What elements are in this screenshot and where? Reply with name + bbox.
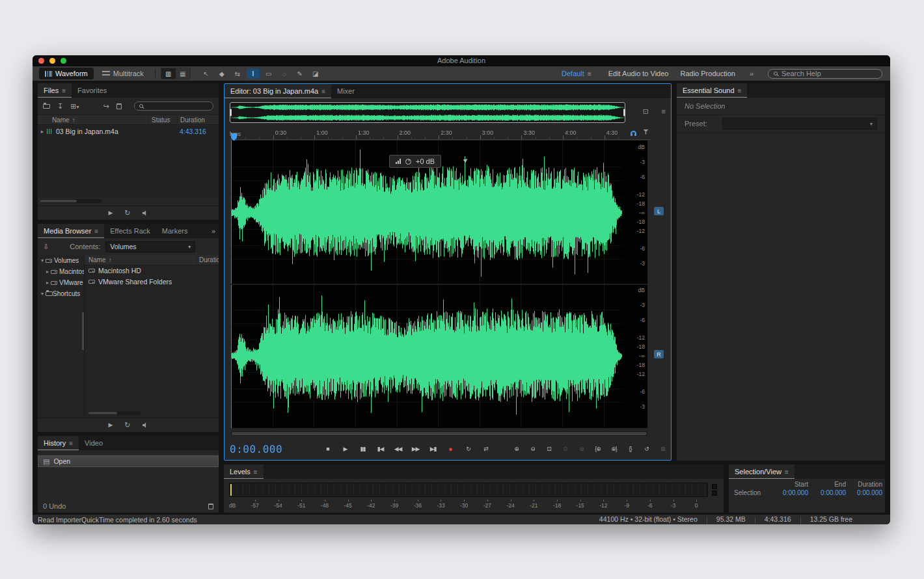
- tree-item-shortcuts[interactable]: ▾Shortcuts: [38, 288, 84, 299]
- zoom-in-point-button[interactable]: ⊙: [558, 442, 573, 455]
- paintbrush-selection-tool[interactable]: ✎: [293, 68, 306, 79]
- media-row-vmware-shared-folders[interactable]: VMware Shared Folders: [85, 276, 219, 288]
- waveform-view-button[interactable]: Waveform: [39, 68, 94, 79]
- stop-button[interactable]: ■: [320, 442, 335, 455]
- media-tab-effects-rack[interactable]: Effects Rack: [104, 224, 156, 238]
- clear-history-icon[interactable]: [208, 504, 213, 509]
- preview-play-icon[interactable]: ▶: [108, 210, 113, 216]
- media-col-name[interactable]: Name↑: [85, 256, 197, 263]
- media-column-header[interactable]: Name↑ Duration: [85, 255, 219, 265]
- monitor-headphones-icon[interactable]: [631, 131, 636, 135]
- chevron-down-icon[interactable]: ▾: [39, 291, 46, 297]
- zoom-button[interactable]: [61, 58, 66, 64]
- current-time-display[interactable]: 0:00.000: [230, 443, 282, 455]
- titlebar[interactable]: Adobe Audition: [33, 55, 890, 66]
- waveform-hscroll-handle[interactable]: [232, 432, 647, 435]
- filter-funnel-icon[interactable]: [643, 129, 649, 135]
- razor-tool[interactable]: ◆: [215, 68, 228, 79]
- selection-view-tab-selection-view[interactable]: Selection/View≡: [729, 465, 795, 479]
- files-tab-files[interactable]: Files≡: [38, 83, 72, 98]
- levels-tab-levels[interactable]: Levels≡: [224, 465, 264, 479]
- minimize-button[interactable]: [49, 58, 55, 64]
- preview-play-icon[interactable]: ▶: [108, 422, 113, 428]
- files-hscrollbar[interactable]: [40, 199, 102, 203]
- contents-select[interactable]: Volumes ▾: [105, 241, 195, 252]
- delete-file-icon[interactable]: [116, 103, 122, 109]
- move-cti-previous-button[interactable]: ▮◀: [373, 442, 388, 455]
- record-button[interactable]: ●: [443, 442, 458, 455]
- essential-tab-essential-sound[interactable]: Essential Sound≡: [677, 83, 747, 98]
- overview-range-selector[interactable]: [230, 102, 625, 123]
- chevron-right-icon[interactable]: ▸: [44, 269, 51, 275]
- spot-healing-brush-tool[interactable]: ◪: [309, 68, 322, 79]
- waveform-hscrollbar[interactable]: [231, 431, 647, 436]
- file-row[interactable]: ▸03 Big in Japan.m4a4:43.316: [38, 126, 219, 137]
- workspace-menu-icon[interactable]: ≡: [588, 70, 591, 77]
- media-tree-scroll-handle[interactable]: [82, 312, 84, 350]
- selview-value[interactable]: 0:00.000: [809, 489, 847, 496]
- toolbar-overflow-button[interactable]: »: [750, 70, 754, 77]
- selview-value[interactable]: 0:00.000: [772, 489, 809, 496]
- media-hscrollbar[interactable]: [88, 411, 141, 415]
- menu-item-radio-production[interactable]: Radio Production: [680, 70, 735, 77]
- media-tab-media-browser[interactable]: Media Browser≡: [38, 224, 104, 238]
- clip-indicator-l[interactable]: [712, 484, 717, 489]
- show-waveform-button[interactable]: ▥: [161, 68, 176, 79]
- chevron-right-icon[interactable]: ▸: [44, 280, 51, 286]
- lasso-selection-tool[interactable]: ◌: [278, 68, 291, 79]
- editor-tab-editor-03-big-in-japan-m4a[interactable]: Editor: 03 Big in Japan.m4a≡: [224, 84, 331, 98]
- open-file-icon[interactable]: [43, 104, 50, 109]
- timeline-ruler[interactable]: hms 0:301:001:302:002:303:003:304:004:30: [230, 127, 651, 140]
- help-search-input[interactable]: Search Help: [768, 69, 882, 79]
- files-col-duration[interactable]: Duration: [177, 116, 219, 124]
- panel-menu-icon[interactable]: ≡: [785, 468, 789, 476]
- zoom-to-selection-button[interactable]: ⊡: [541, 442, 556, 455]
- channel-l-badge[interactable]: L: [654, 207, 664, 215]
- skip-selection-button[interactable]: ⇄: [478, 442, 493, 455]
- zoom-out-time-button[interactable]: ⊖: [525, 442, 540, 455]
- hud-volume-value[interactable]: +0 dB: [416, 157, 435, 165]
- time-selection-tool[interactable]: I: [247, 68, 260, 79]
- media-tree-scrollbar[interactable]: [82, 255, 84, 418]
- new-content-icon[interactable]: ⊞▾: [70, 103, 79, 110]
- files-column-header[interactable]: Name↑ Status Duration: [38, 114, 219, 125]
- panel-menu-icon[interactable]: ≡: [94, 228, 98, 235]
- play-button[interactable]: ▶: [338, 442, 353, 455]
- preset-select[interactable]: ▾: [722, 118, 877, 129]
- media-import-icon[interactable]: ⇩: [43, 243, 49, 250]
- panel-menu-icon[interactable]: ≡: [321, 88, 325, 95]
- volume-knob-icon[interactable]: [405, 159, 411, 165]
- move-tool[interactable]: ↖: [200, 68, 213, 79]
- import-file-icon[interactable]: ↧: [57, 103, 63, 110]
- media-col-duration[interactable]: Duration: [197, 256, 219, 263]
- marquee-selection-tool[interactable]: ▭: [262, 68, 275, 79]
- slip-tool[interactable]: ⇆: [231, 68, 244, 79]
- files-hscroll-handle[interactable]: [40, 200, 77, 202]
- tree-item-vmware-shared-folders[interactable]: ▸VMware Shared Folders: [38, 277, 84, 288]
- preview-speaker-icon[interactable]: [143, 423, 148, 428]
- overview-strip[interactable]: [230, 102, 625, 123]
- history-item-open[interactable]: ▤Open: [38, 455, 219, 467]
- zoom-full-button[interactable]: ⊡: [643, 107, 649, 116]
- history-tab-video[interactable]: Video: [79, 436, 109, 450]
- files-search-input[interactable]: [134, 101, 213, 111]
- zoom-at-out-point-button[interactable]: ⊕}: [606, 442, 621, 455]
- waveform-display[interactable]: dB-3-3-6-6-12-12-18-18-∞dB-3-3-6-6-12-12…: [231, 141, 647, 428]
- close-button[interactable]: [38, 58, 44, 64]
- files-tab-favorites[interactable]: Favorites: [72, 83, 113, 98]
- zoom-out-point-button[interactable]: ⊚: [574, 442, 589, 455]
- preview-loop-icon[interactable]: ↻: [124, 209, 130, 217]
- history-tab-history[interactable]: History≡: [38, 436, 79, 450]
- zoom-at-in-point-button[interactable]: {⊕: [590, 442, 605, 455]
- media-hscroll-handle[interactable]: [88, 412, 117, 414]
- clip-indicator-r[interactable]: [712, 491, 717, 496]
- selview-value[interactable]: 0:00.000: [847, 489, 884, 496]
- files-col-name[interactable]: Name↑: [38, 116, 148, 124]
- zoom-in-time-button[interactable]: ⊕: [509, 442, 524, 455]
- panel-menu-icon[interactable]: ≡: [738, 87, 742, 94]
- media-tab-markers[interactable]: Markers: [156, 224, 194, 238]
- rewind-button[interactable]: ◀◀: [390, 442, 405, 455]
- panel-menu-icon[interactable]: ≡: [62, 87, 66, 94]
- tab-overflow-button[interactable]: »: [211, 224, 215, 238]
- move-cti-next-button[interactable]: ▶▮: [426, 442, 441, 455]
